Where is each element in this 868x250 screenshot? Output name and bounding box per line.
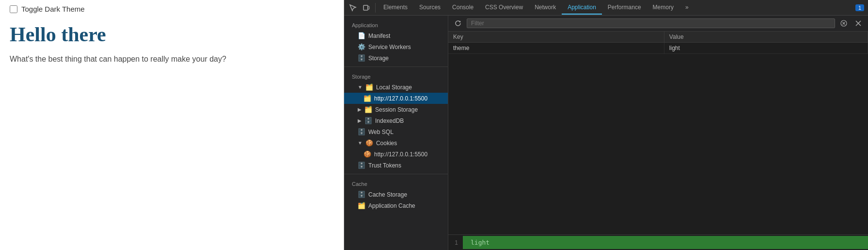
sidebar-item-application-cache-label: Application Cache (368, 202, 415, 209)
devtools-table: Key Value themelight (448, 32, 868, 234)
refresh-button[interactable] (452, 17, 464, 29)
col-value: Value (664, 32, 868, 43)
tab-network[interactable]: Network (529, 1, 562, 15)
sidebar-item-web-sql[interactable]: 🗄️ Web SQL (344, 126, 448, 137)
sidebar-divider-2 (344, 174, 448, 174)
sidebar-item-cache-storage-label: Cache Storage (368, 191, 407, 198)
sidebar-item-manifest[interactable]: 📄 Manifest (344, 30, 448, 41)
devtools-body: Application 📄 Manifest ⚙️ Service Worker… (344, 16, 868, 250)
sidebar-item-local-storage-url-label: http://127.0.0.1:5500 (374, 95, 427, 102)
sidebar-item-cookies-url-label: http://127.0.0.1:5500 (374, 151, 427, 158)
service-workers-icon: ⚙️ (358, 43, 365, 50)
preview-value: light (463, 236, 868, 249)
cookies-chevron: ▼ (358, 140, 363, 146)
sidebar-item-session-storage[interactable]: ▶ 🗂️ Session Storage (344, 104, 448, 115)
devtools-toolbar (448, 16, 868, 32)
devtools-tabs-bar: Elements Sources Console CSS Overview Ne… (344, 0, 868, 16)
page-heading: Hello there (10, 23, 334, 46)
tab-console[interactable]: Console (446, 1, 479, 15)
close-toolbar-icon[interactable] (852, 17, 864, 29)
sidebar-item-cookies[interactable]: ▼ 🍪 Cookies (344, 137, 448, 149)
sidebar-item-manifest-label: Manifest (368, 33, 390, 39)
section-application-label: Application (344, 18, 448, 30)
indexeddb-icon: 🗄️ (364, 117, 372, 124)
tab-more[interactable]: » (679, 1, 694, 15)
table-row[interactable]: themelight (448, 43, 868, 54)
tab-application[interactable]: Application (562, 1, 602, 15)
storage-app-icon: 🗄️ (358, 54, 365, 62)
section-storage-label: Storage (344, 70, 448, 82)
svg-rect-0 (363, 5, 368, 10)
devtools-main: Key Value themelight 1 light (448, 16, 868, 250)
sidebar-item-cookies-url[interactable]: 🍪 http://127.0.0.1:5500 (344, 149, 448, 160)
application-cache-icon: 🗂️ (358, 202, 365, 209)
filter-input[interactable] (467, 18, 835, 28)
sidebar-item-trust-tokens[interactable]: 🗄️ Trust Tokens (344, 160, 448, 171)
sidebar-item-cache-storage[interactable]: 🗄️ Cache Storage (344, 189, 448, 200)
sidebar-item-service-workers-label: Service Workers (368, 44, 411, 50)
select-element-icon[interactable] (346, 1, 360, 15)
sidebar-item-local-storage[interactable]: ▼ 🗂️ Local Storage (344, 82, 448, 93)
svg-rect-1 (368, 6, 369, 9)
cookies-url-icon: 🍪 (363, 150, 371, 158)
webpage-panel: Toggle Dark Theme Hello there What's the… (0, 0, 344, 250)
toggle-dark-theme-checkbox[interactable] (10, 5, 17, 13)
sidebar-item-cookies-label: Cookies (376, 140, 397, 147)
sidebar-item-indexeddb[interactable]: ▶ 🗄️ IndexedDB (344, 115, 448, 126)
section-cache-label: Cache (344, 177, 448, 189)
local-storage-url-icon: 🗂️ (363, 95, 371, 102)
trust-tokens-icon: 🗄️ (358, 162, 365, 169)
tab-elements[interactable]: Elements (378, 1, 413, 15)
tab-css-overview[interactable]: CSS Overview (479, 1, 529, 15)
col-key: Key (448, 32, 664, 43)
preview-line-number: 1 (448, 236, 463, 249)
cache-storage-icon: 🗄️ (358, 191, 365, 198)
device-toggle-icon[interactable] (360, 1, 373, 15)
sidebar-item-indexeddb-label: IndexedDB (375, 117, 404, 124)
session-storage-chevron: ▶ (358, 107, 362, 112)
sidebar-item-local-storage-url[interactable]: 🗂️ http://127.0.0.1:5500 (344, 93, 448, 104)
sidebar-item-trust-tokens-label: Trust Tokens (368, 162, 401, 169)
local-storage-chevron: ▼ (358, 84, 363, 90)
devtools-preview: 1 light (448, 234, 868, 250)
sidebar-item-local-storage-label: Local Storage (376, 84, 412, 91)
toggle-dark-theme-label[interactable]: Toggle Dark Theme (21, 5, 85, 13)
tab-divider (375, 3, 376, 13)
table-cell-value: light (664, 43, 868, 54)
sidebar-item-web-sql-label: Web SQL (368, 129, 394, 135)
sidebar-item-storage-app[interactable]: 🗄️ Storage (344, 52, 448, 64)
notification-badge: 1 (855, 4, 864, 11)
devtools-panel: Elements Sources Console CSS Overview Ne… (344, 0, 868, 250)
sidebar-item-session-storage-label: Session Storage (375, 106, 418, 113)
sidebar-item-service-workers[interactable]: ⚙️ Service Workers (344, 41, 448, 52)
local-storage-icon: 🗂️ (365, 83, 373, 91)
toggle-row: Toggle Dark Theme (10, 5, 334, 13)
tab-sources[interactable]: Sources (413, 1, 446, 15)
page-subtext: What's the best thing that can happen to… (10, 55, 334, 64)
sidebar-item-storage-app-label: Storage (368, 55, 389, 62)
session-storage-icon: 🗂️ (364, 106, 372, 113)
devtools-sidebar: Application 📄 Manifest ⚙️ Service Worker… (344, 16, 448, 250)
sidebar-item-application-cache[interactable]: 🗂️ Application Cache (344, 200, 448, 211)
clear-filter-icon[interactable] (838, 17, 850, 29)
cookies-icon: 🍪 (365, 139, 373, 147)
table-cell-key: theme (448, 43, 664, 54)
sidebar-divider-1 (344, 67, 448, 67)
tab-performance[interactable]: Performance (602, 1, 647, 15)
indexeddb-chevron: ▶ (358, 118, 362, 123)
tab-memory[interactable]: Memory (647, 1, 679, 15)
manifest-icon: 📄 (358, 32, 365, 39)
web-sql-icon: 🗄️ (358, 128, 365, 135)
